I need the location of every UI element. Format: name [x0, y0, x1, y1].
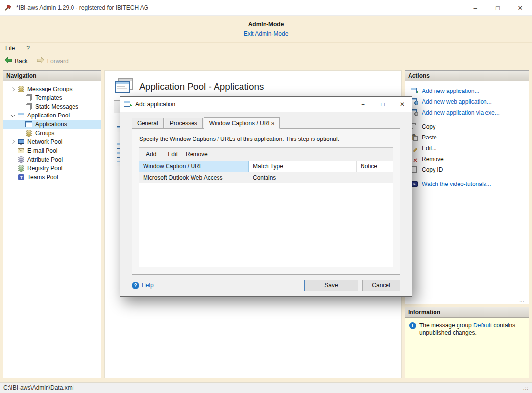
action-label[interactable]: Add new web application... [422, 98, 492, 105]
nav-item-label: Registry Pool [27, 165, 62, 172]
action-watch-video-tutorials[interactable]: Watch the video-tutorials... [409, 179, 525, 189]
minimize-button[interactable]: – [464, 0, 486, 15]
navigation-tree: Message Groups Templates Static Messages… [3, 81, 101, 182]
nav-item-groups[interactable]: Groups [3, 129, 101, 138]
help-icon: ? [132, 282, 139, 289]
nav-item-registry-pool[interactable]: Registry Pool [3, 164, 101, 173]
action-copy-id[interactable]: Copy ID [409, 164, 525, 175]
table-row[interactable]: Microsoft Outlook Web Access Contains [139, 172, 393, 183]
back-arrow-icon [4, 57, 12, 65]
nav-item-label: Application Pool [27, 112, 70, 119]
nav-item-network-pool[interactable]: Network Pool [3, 138, 101, 146]
action-label[interactable]: Add new application via exe... [422, 109, 500, 116]
nav-item-templates[interactable]: Templates [3, 93, 101, 102]
add-application-dialog-icon [124, 101, 132, 108]
actions-overflow-indicator[interactable]: ... [519, 297, 524, 304]
action-add-new-web-application[interactable]: Add new web application... [409, 96, 525, 107]
dialog-title: Add application [135, 101, 175, 108]
grid-header-row: Window Caption / URL Match Type Notice [139, 161, 393, 172]
menu-file[interactable]: File [5, 45, 15, 52]
nav-item-applications[interactable]: Applications [3, 120, 101, 129]
page-header: Application Pool - Applications [105, 71, 401, 96]
teams-pool-icon [17, 174, 25, 181]
action-remove[interactable]: Remove [409, 154, 525, 164]
tab-window-captions-urls[interactable]: Window Captions / URLs [204, 117, 280, 129]
forward-button[interactable]: Forward [37, 57, 69, 65]
dialog-minimize-button[interactable]: – [353, 97, 373, 112]
column-header-notice[interactable]: Notice [357, 161, 393, 172]
column-header-window-caption-url[interactable]: Window Caption / URL [139, 161, 249, 172]
nav-item-attribute-pool[interactable]: Attribute Pool [3, 155, 101, 164]
back-button[interactable]: Back [4, 57, 28, 65]
information-text-before: The message group [419, 322, 473, 329]
nav-item-label: Static Messages [35, 103, 78, 110]
tab-processes[interactable]: Processes [165, 118, 203, 128]
dialog-maximize-button[interactable]: □ [373, 97, 392, 112]
grid-remove-button[interactable]: Remove [182, 149, 212, 159]
grid-add-button[interactable]: Add [142, 149, 160, 159]
cell-notice [357, 172, 393, 183]
column-header-match-type[interactable]: Match Type [249, 161, 357, 172]
help-link[interactable]: ? Help [132, 282, 154, 289]
statusbar: C:\IBI-aws\Admin\Data.xml .:: [0, 382, 532, 393]
tab-general[interactable]: General [132, 118, 164, 128]
page-title: Application Pool - Applications [139, 81, 264, 92]
network-pool-icon [17, 139, 25, 145]
info-icon: i [409, 322, 416, 329]
nav-item-label: Message Groups [27, 86, 72, 92]
nav-item-email-pool[interactable]: E-mail Pool [3, 146, 101, 155]
close-button[interactable]: ✕ [509, 0, 532, 15]
action-add-new-application[interactable]: Add new application... [409, 86, 525, 96]
dialog-titlebar: Add application – □ ✕ [120, 97, 412, 112]
navigation-header: Navigation [3, 71, 101, 81]
add-application-dialog: Add application – □ ✕ General Processes … [120, 96, 412, 297]
app-icon [4, 4, 12, 12]
applications-page-icon [115, 78, 133, 94]
groups-icon [25, 130, 33, 137]
registry-pool-icon [17, 165, 25, 172]
static-messages-icon [25, 103, 33, 110]
navigation-panel: Navigation Message Groups Templates Stat… [3, 70, 101, 378]
default-message-group-link[interactable]: Default [473, 322, 492, 329]
dialog-close-button[interactable]: ✕ [392, 97, 412, 112]
menubar: File ? [0, 43, 532, 54]
action-label: Copy [422, 123, 435, 130]
forward-arrow-icon [37, 57, 45, 65]
action-add-new-application-via-exe[interactable]: Add new application via exe... [409, 107, 525, 118]
right-column: Actions Add new application... Add new w… [405, 70, 529, 378]
nav-item-message-groups[interactable]: Message Groups [3, 85, 101, 93]
action-label[interactable]: Add new application... [422, 88, 479, 94]
window-title: *IBI-aws Admin 1.29.0 - registered for I… [16, 4, 148, 11]
nav-item-label: Teams Pool [27, 174, 58, 181]
chevron-right-icon[interactable] [9, 85, 17, 93]
cancel-button[interactable]: Cancel [362, 280, 400, 291]
maximize-button[interactable]: □ [486, 0, 509, 15]
grid-empty-area [139, 183, 393, 267]
save-button[interactable]: Save [304, 280, 358, 291]
action-label: Copy ID [422, 166, 443, 173]
menu-help[interactable]: ? [26, 45, 30, 52]
nav-item-application-pool[interactable]: Application Pool [3, 111, 101, 120]
chevron-right-icon[interactable] [9, 138, 17, 146]
grid-edit-button[interactable]: Edit [164, 149, 182, 159]
action-edit[interactable]: Edit... [409, 143, 525, 154]
statusbar-path: C:\IBI-aws\Admin\Data.xml [3, 384, 73, 391]
help-label[interactable]: Help [142, 282, 154, 289]
resize-grip[interactable]: .:: [523, 385, 529, 391]
admin-mode-banner: Admin-Mode Exit Admin-Mode [0, 16, 532, 43]
admin-mode-title: Admin-Mode [248, 21, 284, 28]
action-label: Edit... [422, 145, 437, 152]
action-label[interactable]: Watch the video-tutorials... [422, 181, 491, 187]
actions-panel: Actions Add new application... Add new w… [405, 70, 529, 304]
exit-admin-mode-link[interactable]: Exit Admin-Mode [244, 30, 289, 37]
cell-window-caption-url: Microsoft Outlook Web Access [139, 172, 249, 183]
action-label: Paste [422, 134, 437, 141]
dialog-description: Specify the Window Captions / URLs of th… [139, 136, 393, 142]
action-paste[interactable]: Paste [409, 132, 525, 143]
nav-item-label: Attribute Pool [27, 156, 63, 163]
nav-item-static-messages[interactable]: Static Messages [3, 102, 101, 111]
chevron-down-icon[interactable] [9, 112, 17, 119]
information-header: Information [405, 307, 529, 318]
nav-item-teams-pool[interactable]: Teams Pool [3, 173, 101, 182]
action-copy[interactable]: Copy [409, 121, 525, 132]
